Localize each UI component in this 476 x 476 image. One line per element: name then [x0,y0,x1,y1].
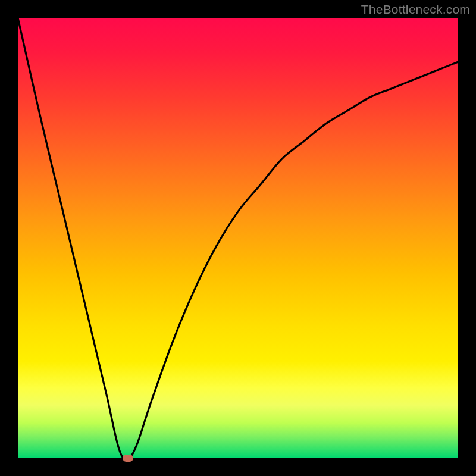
attribution-text: TheBottleneck.com [361,2,470,17]
curve-svg [18,18,458,458]
min-marker [123,455,133,462]
plot-area [18,18,458,458]
chart-frame: TheBottleneck.com [0,0,476,476]
curve-path [18,18,458,458]
